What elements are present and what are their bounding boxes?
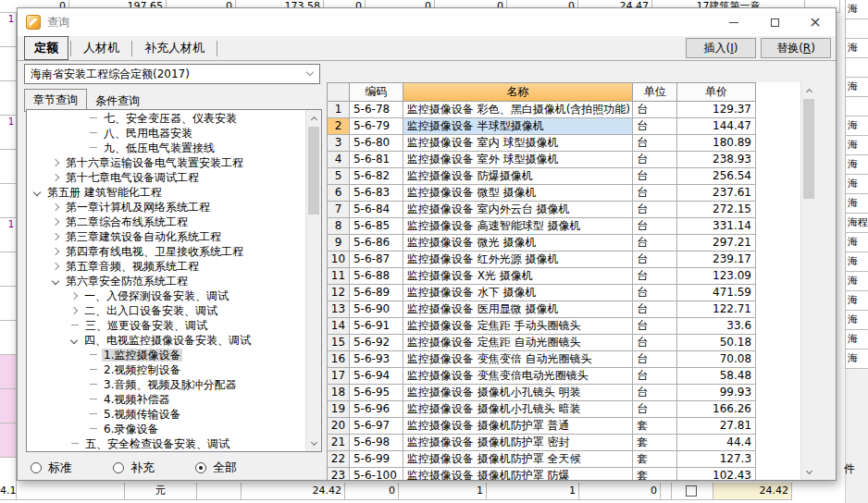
cell-name[interactable]: 监控摄像设备 定焦距 手动头圈镜头 [403, 318, 633, 335]
cell-row-number[interactable]: 17 [328, 368, 350, 385]
table-row[interactable]: 155-6-92监控摄像设备 定焦距 自动光圈镜头台50.18 [328, 335, 756, 351]
table-row[interactable]: 15-6-78监控摄像设备 彩色、黑白摄像机(含拍照功能)台129.37 [328, 102, 756, 118]
cell-price[interactable]: 180.89 [677, 135, 756, 152]
tree-expand-icon[interactable] [52, 174, 59, 181]
cell-price[interactable]: 50.18 [677, 335, 756, 351]
cell-row-number[interactable]: 2 [328, 118, 350, 135]
cell-unit[interactable]: 台 [633, 252, 677, 268]
cell-row-number[interactable]: 18 [328, 385, 350, 401]
cell-row-number[interactable]: 9 [328, 235, 350, 252]
radio-option[interactable]: 全部 [195, 460, 237, 476]
cell-unit[interactable]: 台 [633, 368, 677, 385]
cell-unit[interactable]: 台 [633, 118, 677, 135]
table-row[interactable]: 185-6-95监控摄像设备 摄像机小孔镜头 明装台99.93 [328, 385, 756, 401]
cell-row-number[interactable]: 11 [328, 268, 350, 285]
tree-item[interactable]: 第六章安全防范系统工程 [27, 275, 305, 289]
tree-item[interactable]: 第二章综合布线系统工程 [27, 215, 305, 230]
cell-price[interactable]: 166.26 [677, 401, 756, 418]
table-row[interactable]: 95-6-86监控摄像设备 微光 摄像机台297.21 [328, 235, 756, 252]
cell-price[interactable]: 237.61 [677, 185, 756, 202]
cell-name[interactable]: 监控摄像设备 彩色、黑白摄像机(含拍照功能) [403, 102, 633, 118]
scroll-down-icon[interactable] [801, 464, 816, 479]
table-row[interactable]: 105-6-87监控摄像设备 红外光源 摄像机台239.17 [328, 252, 756, 268]
table-row[interactable]: 205-6-97监控摄像设备 摄像机防护罩 普通套27.81 [328, 418, 756, 435]
cell-unit[interactable]: 套 [633, 451, 677, 468]
tree-expand-icon[interactable] [52, 203, 59, 211]
cell-row-number[interactable]: 6 [328, 185, 350, 202]
cell-unit[interactable]: 台 [633, 385, 677, 401]
tree-expand-icon[interactable] [52, 218, 59, 226]
cell-unit[interactable]: 台 [633, 301, 677, 318]
cell-code[interactable]: 5-6-88 [350, 268, 403, 285]
tree-item[interactable]: 4.视频补偿器 [27, 393, 305, 408]
cell-row-number[interactable]: 3 [328, 135, 350, 152]
cell-row-number[interactable]: 21 [328, 435, 350, 451]
cell-price[interactable]: 272.15 [677, 202, 756, 218]
cell-name[interactable]: 监控摄像设备 定焦距 自动光圈镜头 [403, 335, 633, 351]
table-row[interactable]: 215-6-98监控摄像设备 摄像机防护罩 密封套44.4 [328, 435, 756, 451]
cell-unit[interactable]: 台 [633, 335, 677, 351]
tree-item[interactable]: 第十六章运输设备电气装置安装工程 [27, 156, 305, 171]
cell-code[interactable]: 5-6-96 [350, 401, 403, 418]
table-row[interactable]: 175-6-94监控摄像设备 变焦变倍电动光圈镜头台58.48 [328, 368, 756, 385]
cell-price[interactable]: 58.48 [677, 368, 756, 385]
dialog-titlebar[interactable]: 查询 [18, 8, 836, 36]
tree-item[interactable]: 1.监控摄像设备 [27, 349, 305, 363]
minimize-button[interactable] [713, 8, 754, 36]
cell-code[interactable]: 5-6-97 [350, 418, 403, 435]
tree-item[interactable]: 第一章计算机及网络系统工程 [27, 201, 305, 215]
cell-row-number[interactable]: 7 [328, 202, 350, 218]
table-row[interactable]: 165-6-93监控摄像设备 变焦变倍 自动光圈镜头台70.08 [328, 351, 756, 368]
main-tab[interactable]: 定额 [24, 36, 68, 60]
tree-expand-icon[interactable] [70, 292, 78, 300]
cell-code[interactable]: 5-6-80 [350, 135, 403, 152]
tree-item[interactable]: 二、出入口设备安装、调试 [27, 304, 305, 319]
cell-row-number[interactable]: 14 [328, 318, 350, 335]
tree-item[interactable]: 八、民用电器安装 [27, 127, 305, 141]
cell-unit[interactable]: 台 [633, 185, 677, 202]
cell-code[interactable]: 5-6-91 [350, 318, 403, 335]
insert-button[interactable]: 插入(I) [686, 38, 756, 58]
cell-code[interactable]: 5-6-85 [350, 218, 403, 235]
cell-unit[interactable]: 台 [633, 318, 677, 335]
cell-name[interactable]: 监控摄像设备 摄像机小孔镜头 暗装 [403, 401, 633, 418]
checkbox[interactable] [686, 485, 697, 497]
cell-code[interactable]: 5-6-98 [350, 435, 403, 451]
table-scrollbar-thumb[interactable] [803, 99, 814, 199]
cell-row-number[interactable]: 10 [328, 252, 350, 268]
cell-code[interactable]: 5-6-93 [350, 351, 403, 368]
cell-name[interactable]: 监控摄像设备 摄像机防护罩 密封 [403, 435, 633, 451]
cell-code[interactable]: 5-6-99 [350, 451, 403, 468]
scroll-down-icon[interactable] [306, 436, 321, 450]
cell-unit[interactable]: 套 [633, 418, 677, 435]
cell-row-number[interactable]: 8 [328, 218, 350, 235]
tree-item[interactable]: 五、安全检查设备安装、调试 [27, 437, 305, 451]
cell-name[interactable]: 监控摄像设备 室外 球型摄像机 [403, 152, 633, 168]
tree-item[interactable]: 四、电视监控摄像设备安装、调试 [27, 334, 305, 349]
scroll-up-icon[interactable] [306, 111, 321, 126]
cell-price[interactable]: 70.08 [677, 351, 756, 368]
cell-code[interactable]: 5-6-83 [350, 185, 403, 202]
tree-item[interactable]: 三、巡更设备安装、调试 [27, 319, 305, 334]
cell-price[interactable]: 297.21 [677, 235, 756, 252]
cell-unit[interactable]: 台 [633, 202, 677, 218]
cell-price[interactable]: 27.81 [677, 418, 756, 435]
cell-price[interactable]: 99.93 [677, 385, 756, 401]
cell-name[interactable]: 监控摄像设备 X光 摄像机 [403, 268, 633, 285]
tree-item[interactable]: 5.视频传输设备 [27, 408, 305, 423]
cell-unit[interactable]: 套 [633, 435, 677, 451]
cell-name[interactable]: 监控摄像设备 医用显微 摄像机 [403, 301, 633, 318]
cell-code[interactable]: 5-6-100 [350, 468, 403, 480]
table-row[interactable]: 25-6-79监控摄像设备 半球型摄像机台144.47 [328, 118, 756, 135]
tree-item[interactable]: 第五章音频、视频系统工程 [27, 260, 305, 275]
cell-name[interactable]: 监控摄像设备 微光 摄像机 [403, 235, 633, 252]
cell-row-number[interactable]: 23 [328, 468, 350, 480]
cell-row-number[interactable]: 22 [328, 451, 350, 468]
table-row[interactable]: 115-6-88监控摄像设备 X光 摄像机台123.09 [328, 268, 756, 285]
cell-code[interactable]: 5-6-84 [350, 202, 403, 218]
cell-unit[interactable]: 台 [633, 152, 677, 168]
cell-unit[interactable]: 台 [633, 102, 677, 118]
cell-code[interactable]: 5-6-78 [350, 102, 403, 118]
cell-name[interactable]: 监控摄像设备 摄像机小孔镜头 明装 [403, 385, 633, 401]
cell-unit[interactable]: 台 [633, 235, 677, 252]
